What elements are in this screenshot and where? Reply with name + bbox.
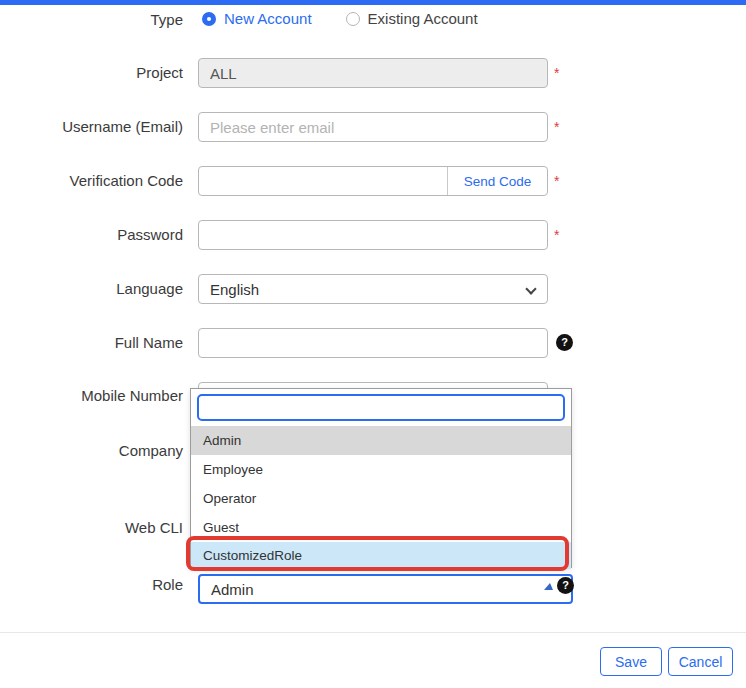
role-option-operator[interactable]: Operator bbox=[191, 484, 571, 513]
create-account-form: Type New Account Existing Account Projec… bbox=[0, 0, 746, 688]
role-help-icon[interactable]: ? bbox=[557, 577, 574, 594]
project-required-asterisk: * bbox=[554, 65, 559, 81]
project-input[interactable] bbox=[198, 58, 548, 88]
role-option-employee[interactable]: Employee bbox=[191, 455, 571, 484]
role-dropdown-search-input[interactable] bbox=[197, 394, 565, 421]
radio-existing-account-label: Existing Account bbox=[368, 10, 478, 27]
language-label: Language bbox=[0, 280, 183, 297]
role-option-admin[interactable]: Admin bbox=[191, 426, 571, 455]
username-label: Username (Email) bbox=[0, 118, 183, 135]
full-name-help-icon[interactable]: ? bbox=[556, 334, 573, 351]
radio-new-account[interactable]: New Account bbox=[202, 10, 312, 27]
radio-existing-account[interactable]: Existing Account bbox=[346, 10, 478, 27]
language-select-value: English bbox=[210, 281, 259, 298]
radio-new-account-label: New Account bbox=[224, 10, 312, 27]
chevron-down-icon bbox=[525, 283, 536, 294]
company-label: Company bbox=[0, 442, 183, 459]
account-type-radio-group: New Account Existing Account bbox=[202, 10, 478, 27]
send-code-button[interactable]: Send Code bbox=[447, 167, 547, 195]
role-select-value: Admin bbox=[211, 581, 254, 598]
radio-unselected-icon[interactable] bbox=[346, 12, 360, 26]
username-required-asterisk: * bbox=[554, 119, 559, 135]
save-button[interactable]: Save bbox=[600, 647, 662, 676]
mobile-number-label: Mobile Number bbox=[0, 387, 183, 404]
role-select[interactable]: Admin bbox=[198, 574, 573, 604]
role-option-guest[interactable]: Guest bbox=[191, 513, 571, 542]
password-input[interactable] bbox=[198, 220, 548, 250]
full-name-input[interactable] bbox=[198, 328, 548, 358]
verification-code-field: Send Code bbox=[198, 166, 548, 196]
footer-divider bbox=[0, 632, 746, 633]
role-label: Role bbox=[0, 576, 183, 593]
webcli-label: Web CLI bbox=[0, 519, 183, 536]
full-name-label: Full Name bbox=[0, 334, 183, 351]
cancel-button[interactable]: Cancel bbox=[668, 647, 733, 676]
project-label: Project bbox=[0, 64, 183, 81]
radio-selected-icon[interactable] bbox=[202, 12, 216, 26]
verification-code-input[interactable] bbox=[199, 167, 447, 195]
role-option-customizedrole[interactable]: CustomizedRole bbox=[191, 542, 571, 569]
accent-top-bar bbox=[0, 0, 746, 5]
role-dropdown-panel: Admin Employee Operator Guest Customized… bbox=[190, 388, 572, 568]
verification-code-label: Verification Code bbox=[0, 172, 183, 189]
verification-required-asterisk: * bbox=[554, 173, 559, 189]
password-required-asterisk: * bbox=[554, 227, 559, 243]
language-select[interactable]: English bbox=[198, 274, 548, 304]
chevron-up-icon bbox=[544, 583, 553, 590]
password-label: Password bbox=[0, 226, 183, 243]
type-label: Type bbox=[0, 11, 183, 28]
role-dropdown-list: Admin Employee Operator Guest Customized… bbox=[191, 426, 571, 569]
username-input[interactable] bbox=[198, 112, 548, 142]
